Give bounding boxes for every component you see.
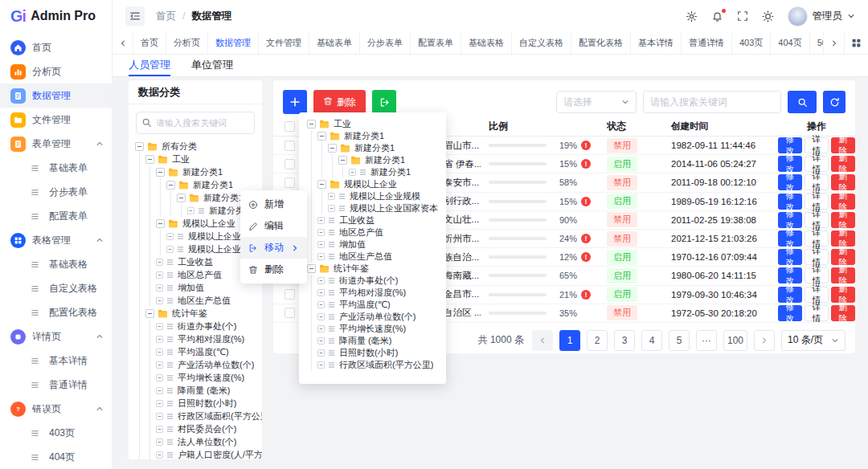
edit-button[interactable]: 修改 bbox=[778, 230, 802, 247]
tree-node-街道办事处(个)[interactable]: 街道办事处(个) bbox=[307, 275, 443, 287]
detail-button[interactable]: 详情 bbox=[805, 194, 829, 210]
fullscreen-icon[interactable] bbox=[737, 10, 748, 22]
delete-row-button[interactable]: 删除 bbox=[831, 287, 855, 303]
tree-node-平均增长速度(%)[interactable]: 平均增长速度(%) bbox=[307, 323, 443, 335]
edit-button[interactable]: 修改 bbox=[778, 249, 802, 265]
row-checkbox[interactable] bbox=[285, 308, 295, 318]
tree-node-法人单位数(个)[interactable]: 法人单位数(个) bbox=[135, 435, 262, 448]
tab-数据管理[interactable]: 数据管理 bbox=[208, 32, 259, 54]
search-button[interactable] bbox=[788, 91, 817, 113]
tab-500页[interactable]: 500页 bbox=[810, 32, 823, 54]
theme-sun-icon[interactable] bbox=[762, 10, 774, 22]
detail-button[interactable]: 详情 bbox=[805, 137, 829, 153]
notifications-bell-icon[interactable] bbox=[711, 10, 723, 22]
filter-select[interactable]: 请选择 bbox=[556, 91, 637, 113]
sidebar-item-错误页[interactable]: ?错误页 bbox=[0, 397, 112, 421]
breadcrumb-home[interactable]: 首页 bbox=[156, 10, 176, 23]
collapse-minus-icon[interactable] bbox=[338, 156, 347, 165]
detail-button[interactable]: 详情 bbox=[805, 267, 829, 283]
edit-button[interactable]: 修改 bbox=[778, 287, 802, 303]
sidebar-item-详情页[interactable]: 详情页 bbox=[0, 324, 112, 349]
tabs-menu-grid-icon[interactable] bbox=[844, 32, 868, 54]
sidebar-item-配置化表格[interactable]: 配置化表格 bbox=[0, 300, 112, 324]
tree-node-街道办事处(个)[interactable]: 街道办事处(个) bbox=[135, 320, 262, 332]
delete-row-button[interactable]: 删除 bbox=[831, 267, 855, 283]
edit-button[interactable]: 修改 bbox=[778, 194, 802, 210]
tree-node-产业活动单位数(个)[interactable]: 产业活动单位数(个) bbox=[135, 358, 262, 371]
tree-node-地区生产总值[interactable]: 地区生产总值 bbox=[307, 251, 443, 263]
detail-button[interactable]: 详情 bbox=[805, 230, 829, 247]
pagination-page-5[interactable]: 5 bbox=[669, 330, 690, 351]
tab-分析页[interactable]: 分析页 bbox=[166, 32, 208, 54]
collapse-minus-icon[interactable] bbox=[328, 144, 337, 153]
tree-node-行政区域面积(平方公里)[interactable]: 行政区域面积(平方公里) bbox=[307, 359, 443, 371]
edit-button[interactable]: 修改 bbox=[778, 305, 802, 321]
delete-row-button[interactable]: 删除 bbox=[831, 194, 855, 210]
collapse-minus-icon[interactable] bbox=[307, 120, 316, 128]
tree-node-所有分类[interactable]: 所有分类 bbox=[135, 140, 262, 153]
tree-node-新建分类1[interactable]: 新建分类1 bbox=[135, 178, 262, 191]
pagination-page-···[interactable]: ··· bbox=[696, 330, 717, 351]
sidebar-item-文件管理[interactable]: 文件管理 bbox=[0, 108, 112, 132]
select-all-checkbox[interactable] bbox=[285, 121, 295, 132]
tree-node-产业活动单位数(个)[interactable]: 产业活动单位数(个) bbox=[307, 311, 443, 323]
delete-button[interactable]: 删除 bbox=[313, 90, 366, 114]
delete-row-button[interactable]: 删除 bbox=[831, 212, 855, 228]
tree-node-日照时数(小时)[interactable]: 日照时数(小时) bbox=[307, 347, 443, 359]
tree-node-降雨量 (毫米)[interactable]: 降雨量 (毫米) bbox=[307, 335, 443, 347]
tree-node-降雨量 (毫米)[interactable]: 降雨量 (毫米) bbox=[135, 384, 262, 397]
tree-node-平均增长速度(%)[interactable]: 平均增长速度(%) bbox=[135, 371, 262, 384]
collapse-minus-icon[interactable] bbox=[307, 264, 316, 273]
tree-node-新建分类1[interactable]: 新建分类1 bbox=[307, 130, 443, 142]
sidebar-item-基础表格[interactable]: 基础表格 bbox=[0, 252, 112, 276]
pagination-page-1[interactable]: 1 bbox=[559, 330, 580, 351]
sidebar-item-表格管理[interactable]: 表格管理 bbox=[0, 228, 112, 252]
tree-node-地区总产值[interactable]: 地区总产值 bbox=[307, 226, 443, 239]
edit-button[interactable]: 修改 bbox=[778, 174, 802, 190]
refresh-button[interactable] bbox=[823, 91, 845, 113]
tree-node-新建分类1[interactable]: 新建分类1 bbox=[135, 165, 262, 178]
tab-自定义表格[interactable]: 自定义表格 bbox=[512, 32, 571, 54]
tree-node-工业[interactable]: 工业 bbox=[135, 153, 262, 165]
add-button[interactable] bbox=[283, 90, 307, 114]
collapse-minus-icon[interactable] bbox=[156, 168, 165, 177]
delete-row-button[interactable]: 删除 bbox=[831, 174, 855, 190]
tab-分步表单[interactable]: 分步表单 bbox=[360, 32, 411, 54]
context-menu-item-新增[interactable]: 新增 bbox=[240, 194, 307, 215]
context-menu-item-编辑[interactable]: 编辑 bbox=[240, 215, 307, 237]
context-menu-item-删除[interactable]: 删除 bbox=[240, 259, 307, 280]
tree-node-新建分类1[interactable]: 新建分类1 bbox=[307, 142, 443, 154]
tabs-scroll-right-button[interactable] bbox=[823, 32, 844, 54]
sidebar-item-404页[interactable]: 404页 bbox=[0, 445, 112, 469]
tree-node-平均温度(℃)[interactable]: 平均温度(℃) bbox=[307, 299, 443, 311]
edit-button[interactable]: 修改 bbox=[778, 267, 802, 283]
user-menu[interactable]: 管理员 bbox=[788, 6, 856, 27]
tab-403页[interactable]: 403页 bbox=[732, 32, 771, 54]
tab-首页[interactable]: 首页 bbox=[133, 32, 166, 54]
tab-基础表格[interactable]: 基础表格 bbox=[461, 32, 512, 54]
context-menu-item-移动[interactable]: 移动 bbox=[240, 237, 307, 259]
sidebar-item-基础表单[interactable]: 基础表单 bbox=[0, 156, 112, 180]
sidebar-item-表单管理[interactable]: 表单管理 bbox=[0, 132, 112, 156]
tab-基本详情[interactable]: 基本详情 bbox=[631, 32, 682, 54]
row-checkbox[interactable] bbox=[285, 159, 295, 169]
sidebar-item-自定义表格[interactable]: 自定义表格 bbox=[0, 276, 112, 300]
delete-row-button[interactable]: 删除 bbox=[831, 230, 855, 247]
tree-node-工业[interactable]: 工业 bbox=[307, 118, 443, 130]
sidebar-item-数据管理[interactable]: 数据管理 bbox=[0, 84, 112, 108]
tab-404页[interactable]: 404页 bbox=[771, 32, 809, 54]
tree-node-村民委员会(个)[interactable]: 村民委员会(个) bbox=[135, 422, 262, 435]
detail-button[interactable]: 详情 bbox=[805, 305, 829, 321]
detail-button[interactable]: 详情 bbox=[805, 156, 829, 172]
tree-node-增加值[interactable]: 增加值 bbox=[307, 239, 443, 251]
detail-button[interactable]: 详情 bbox=[805, 287, 829, 303]
tree-node-统计年鉴[interactable]: 统计年鉴 bbox=[135, 307, 262, 320]
collapse-minus-icon[interactable] bbox=[177, 194, 186, 202]
pagination-page-2[interactable]: 2 bbox=[587, 330, 608, 351]
subtab-单位管理[interactable]: 单位管理 bbox=[191, 55, 233, 76]
tree-node-规模以上企业国家资本[interactable]: 规模以上企业国家资本 bbox=[307, 202, 443, 214]
edit-button[interactable]: 修改 bbox=[778, 212, 802, 228]
sidebar-item-基本详情[interactable]: 基本详情 bbox=[0, 349, 112, 373]
tree-node-行政区域面积(平方公里)[interactable]: 行政区域面积(平方公里) bbox=[135, 410, 262, 422]
tree-node-平均温度(℃)[interactable]: 平均温度(℃) bbox=[135, 345, 262, 358]
